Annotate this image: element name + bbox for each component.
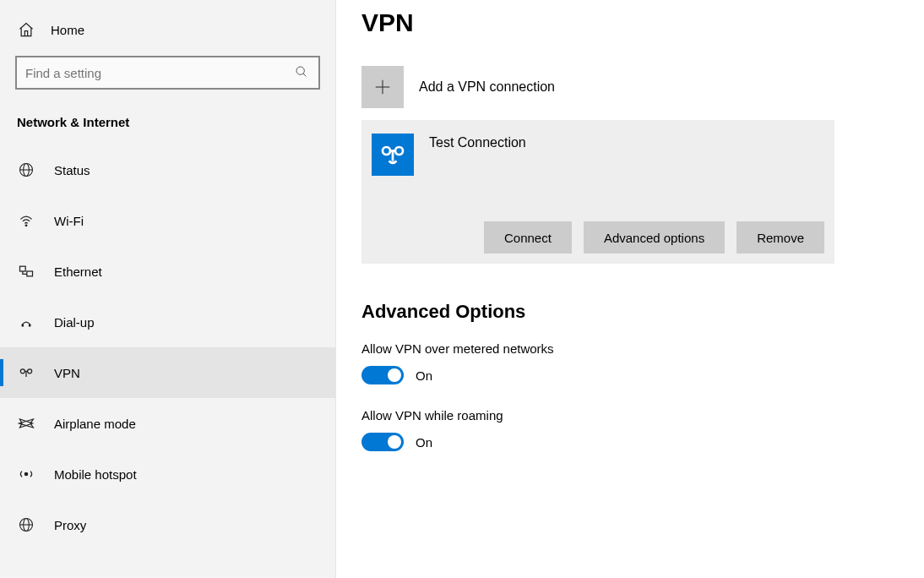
category-title: Network & Internet — [0, 105, 335, 144]
svg-point-18 — [383, 147, 390, 155]
connect-button[interactable]: Connect — [484, 221, 572, 254]
plus-icon — [361, 66, 404, 108]
sidebar-item-status[interactable]: Status — [0, 144, 335, 195]
home-label: Home — [51, 23, 84, 37]
svg-point-8 — [22, 324, 24, 326]
remove-button[interactable]: Remove — [736, 221, 824, 254]
svg-point-19 — [395, 147, 403, 155]
toggle-roaming[interactable] — [361, 433, 404, 451]
hotspot-icon — [17, 465, 35, 483]
vpn-icon — [17, 363, 35, 382]
toggle-roaming-state: On — [416, 435, 432, 450]
ethernet-icon — [17, 262, 35, 281]
svg-point-9 — [29, 324, 30, 326]
sidebar-item-label: VPN — [54, 366, 80, 380]
dialup-icon — [17, 313, 35, 331]
svg-line-1 — [303, 74, 306, 76]
sidebar-item-label: Status — [54, 163, 90, 177]
toggle-metered-label: Allow VPN over metered networks — [361, 341, 899, 356]
sidebar-item-label: Wi-Fi — [54, 214, 84, 228]
svg-point-10 — [20, 369, 24, 374]
search-box[interactable] — [15, 56, 320, 90]
vpn-connection-card[interactable]: Test Connection Connect Advanced options… — [361, 120, 834, 264]
add-vpn-button[interactable]: Add a VPN connection — [361, 66, 899, 108]
sidebar-item-airplane[interactable]: Airplane mode — [0, 398, 335, 449]
sidebar-item-label: Ethernet — [54, 264, 102, 279]
svg-rect-6 — [20, 266, 26, 271]
sidebar-item-label: Dial-up — [54, 315, 95, 330]
sidebar-item-vpn[interactable]: VPN — [0, 347, 335, 398]
svg-point-11 — [28, 369, 32, 374]
vpn-connection-name: Test Connection — [429, 134, 526, 150]
home-button[interactable]: Home — [0, 12, 335, 51]
toggle-metered-state: On — [416, 368, 432, 383]
sidebar-item-dialup[interactable]: Dial-up — [0, 297, 335, 347]
add-vpn-label: Add a VPN connection — [419, 79, 555, 95]
page-title: VPN — [361, 8, 899, 37]
svg-point-5 — [25, 225, 27, 226]
main-content: VPN Add a VPN connection Test Connection… — [336, 0, 924, 578]
sidebar-item-proxy[interactable]: Proxy — [0, 499, 335, 550]
search-input[interactable] — [25, 66, 295, 80]
toggle-roaming-label: Allow VPN while roaming — [361, 408, 899, 423]
vpn-connection-icon — [372, 134, 414, 176]
sidebar-item-wifi[interactable]: Wi-Fi — [0, 195, 335, 246]
nav-list: Status Wi-Fi Ethernet D — [0, 144, 335, 550]
sidebar-item-label: Airplane mode — [54, 417, 136, 431]
wifi-icon — [17, 211, 35, 230]
svg-point-0 — [296, 67, 304, 74]
sidebar-item-hotspot[interactable]: Mobile hotspot — [0, 449, 335, 499]
toggle-metered[interactable] — [361, 366, 404, 384]
advanced-options-button[interactable]: Advanced options — [584, 221, 725, 254]
search-icon — [295, 65, 310, 80]
sidebar-item-label: Mobile hotspot — [54, 467, 137, 482]
svg-rect-7 — [27, 271, 33, 276]
globe-icon — [17, 161, 35, 179]
home-icon — [17, 20, 35, 39]
airplane-icon — [17, 414, 35, 433]
proxy-icon — [17, 515, 35, 534]
svg-point-12 — [24, 472, 27, 475]
advanced-section-title: Advanced Options — [361, 301, 899, 323]
sidebar-item-label: Proxy — [54, 518, 86, 532]
sidebar: Home Network & Internet Status — [0, 0, 336, 578]
sidebar-item-ethernet[interactable]: Ethernet — [0, 246, 335, 297]
